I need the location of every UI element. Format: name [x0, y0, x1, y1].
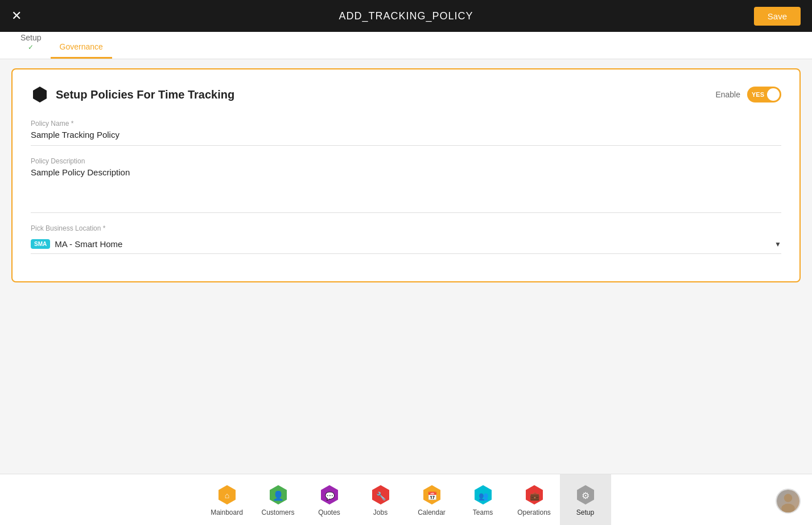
nav-setup-label: Setup	[576, 508, 594, 516]
nav-item-mainboard[interactable]: ⌂ Mainboard	[201, 474, 253, 526]
toggle-yes-label: YES	[752, 91, 764, 98]
calendar-icon: 📅	[421, 483, 443, 506]
location-name: MA - Smart Home	[55, 239, 770, 249]
nav-item-quotes[interactable]: 💬 Quotes	[304, 474, 355, 526]
user-avatar[interactable]	[776, 489, 801, 514]
card-header: Setup Policies For Time Tracking Enable …	[31, 85, 781, 104]
svg-text:💼: 💼	[529, 491, 539, 501]
nav-teams-label: Teams	[473, 508, 493, 516]
toggle-slider: YES	[747, 87, 781, 102]
teams-icon: 👥	[472, 483, 494, 506]
main-content: Setup Policies For Time Tracking Enable …	[0, 59, 812, 474]
policy-name-value[interactable]: Sample Tracking Policy	[31, 130, 781, 146]
section-title: Setup Policies For Time Tracking	[56, 88, 234, 101]
customers-icon: 👤	[267, 483, 290, 506]
nav-item-teams[interactable]: 👥 Teams	[457, 474, 509, 526]
nav-quotes-label: Quotes	[318, 508, 340, 516]
svg-text:👥: 👥	[478, 491, 488, 501]
avatar-image	[777, 490, 799, 512]
nav-calendar-label: Calendar	[418, 508, 446, 516]
svg-text:🔧: 🔧	[376, 491, 386, 501]
location-dropdown[interactable]: SMA MA - Smart Home ▼	[31, 235, 781, 254]
svg-text:📅: 📅	[427, 491, 437, 501]
form-card: Setup Policies For Time Tracking Enable …	[11, 68, 801, 282]
jobs-icon: 🔧	[369, 483, 392, 506]
nav-item-setup[interactable]: ⚙ Setup	[560, 474, 611, 526]
location-field: Pick Business Location * SMA MA - Smart …	[31, 224, 781, 254]
card-title-group: Setup Policies For Time Tracking	[31, 85, 234, 104]
svg-point-17	[784, 494, 793, 502]
nav-jobs-label: Jobs	[373, 508, 388, 516]
svg-text:👤: 👤	[273, 490, 284, 501]
location-label: Pick Business Location *	[31, 224, 781, 232]
policy-description-value[interactable]: Sample Policy Description	[31, 167, 781, 213]
svg-point-18	[781, 504, 795, 513]
enable-label: Enable	[715, 90, 740, 99]
tab-governance[interactable]: Governance	[51, 36, 112, 59]
save-button[interactable]: Save	[754, 7, 801, 26]
bottom-nav: ⌂ Mainboard 👤 Customers 💬 Quotes 🔧 Jobs …	[0, 474, 812, 525]
svg-text:⚙: ⚙	[582, 491, 590, 501]
nav-customers-label: Customers	[261, 508, 294, 516]
close-button[interactable]: ✕	[11, 10, 22, 22]
policy-name-label: Policy Name *	[31, 120, 781, 128]
nav-item-calendar[interactable]: 📅 Calendar	[406, 474, 457, 526]
dropdown-arrow-icon: ▼	[774, 240, 781, 248]
setup-check-icon: ✓	[28, 43, 34, 51]
operations-icon: 💼	[523, 483, 546, 506]
nav-item-jobs[interactable]: 🔧 Jobs	[355, 474, 406, 526]
svg-marker-0	[33, 87, 47, 102]
tab-governance-label: Governance	[60, 42, 103, 51]
enable-toggle[interactable]: YES	[747, 87, 781, 102]
policy-description-field: Policy Description Sample Policy Descrip…	[31, 157, 781, 213]
tab-setup[interactable]: Setup ✓	[11, 27, 51, 59]
svg-text:💬: 💬	[324, 491, 335, 501]
tabs-bar: Setup ✓ Governance	[0, 32, 812, 59]
top-header: ✕ ADD_TRACKING_POLICY Save	[0, 0, 812, 32]
hexagon-icon	[31, 85, 49, 104]
page-title: ADD_TRACKING_POLICY	[339, 10, 473, 22]
setup-nav-icon: ⚙	[574, 483, 597, 506]
nav-mainboard-label: Mainboard	[211, 508, 243, 516]
policy-name-field: Policy Name * Sample Tracking Policy	[31, 120, 781, 146]
tab-setup-label: Setup	[20, 33, 42, 42]
location-badge: SMA	[31, 239, 50, 249]
nav-item-customers[interactable]: 👤 Customers	[253, 474, 304, 526]
policy-description-label: Policy Description	[31, 157, 781, 165]
quotes-icon: 💬	[318, 483, 341, 506]
mainboard-icon: ⌂	[216, 483, 238, 506]
nav-operations-label: Operations	[517, 508, 551, 516]
nav-item-operations[interactable]: 💼 Operations	[509, 474, 560, 526]
enable-group: Enable YES	[715, 87, 781, 102]
svg-text:⌂: ⌂	[224, 491, 229, 500]
